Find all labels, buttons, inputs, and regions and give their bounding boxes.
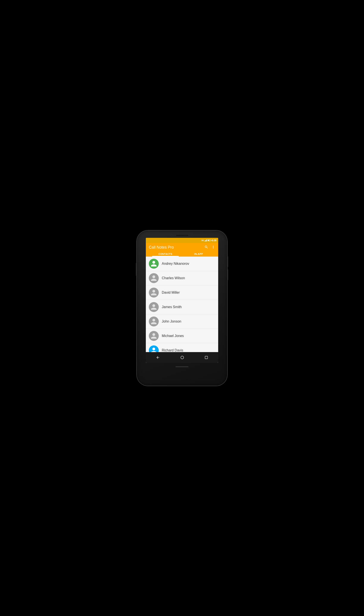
- list-item[interactable]: David Miller: [146, 286, 218, 300]
- avatar: [149, 331, 159, 341]
- network-label: 3G: [201, 239, 204, 242]
- search-icon[interactable]: [204, 245, 208, 250]
- time-display: 6:08: [212, 239, 216, 242]
- signal-bar-2: [205, 240, 206, 242]
- avatar: [149, 259, 159, 269]
- volume-down-button[interactable]: [227, 269, 228, 280]
- list-item[interactable]: Michael Jones: [146, 329, 218, 343]
- app-bar-actions: [204, 245, 215, 250]
- tabs: CONTACTS IN-APP: [149, 251, 215, 257]
- recents-button[interactable]: [200, 355, 212, 360]
- battery-fill: [208, 240, 209, 241]
- avatar: [149, 345, 159, 352]
- signal-icon: [205, 239, 207, 242]
- contact-name: Michael Jones: [162, 334, 184, 338]
- phone-top-hardware: [140, 234, 224, 236]
- contact-list[interactable]: Andrey Nikanorov Charles Wilson David Mi…: [146, 257, 218, 352]
- tab-contacts[interactable]: CONTACTS: [149, 251, 182, 257]
- contact-name: John Jonson: [162, 319, 181, 323]
- more-options-icon[interactable]: [211, 245, 215, 250]
- app-title: Call Notes Pro: [149, 245, 174, 250]
- phone-device: 3G 6:08 Call Notes Pro: [137, 231, 227, 386]
- back-button[interactable]: [152, 354, 164, 361]
- battery-icon: [208, 240, 211, 241]
- front-camera: [171, 234, 173, 236]
- avatar: [149, 302, 159, 312]
- signal-bar-3: [206, 240, 206, 242]
- status-bar: 3G 6:08: [146, 238, 218, 243]
- list-item[interactable]: Charles Wilson: [146, 271, 218, 286]
- volume-up-button[interactable]: [227, 256, 228, 267]
- phone-bottom-hardware: [176, 363, 188, 371]
- contact-name: James Smith: [162, 305, 182, 309]
- app-bar: Call Notes Pro C: [146, 243, 218, 257]
- contact-name: David Miller: [162, 291, 180, 295]
- sensor: [192, 235, 193, 236]
- phone-screen: 3G 6:08 Call Notes Pro: [146, 238, 218, 363]
- power-button[interactable]: [136, 263, 137, 276]
- signal-bar-1: [205, 241, 205, 242]
- signal-bar-4: [207, 239, 207, 242]
- avatar: [149, 288, 159, 298]
- speaker: [176, 234, 189, 236]
- list-item[interactable]: Richard Davis: [146, 343, 218, 352]
- list-item[interactable]: James Smith: [146, 300, 218, 314]
- status-icons: 3G 6:08: [201, 239, 216, 242]
- contact-name: Charles Wilson: [162, 276, 185, 280]
- avatar: [149, 316, 159, 327]
- svg-point-0: [181, 356, 184, 359]
- list-item[interactable]: John Jonson: [146, 314, 218, 329]
- nav-bar: [146, 352, 218, 363]
- svg-rect-1: [205, 356, 208, 359]
- home-button[interactable]: [176, 354, 188, 361]
- contact-name: Andrey Nikanorov: [162, 262, 189, 266]
- app-bar-top: Call Notes Pro: [149, 245, 215, 250]
- list-item[interactable]: Andrey Nikanorov: [146, 257, 218, 271]
- contact-name: Richard Davis: [162, 348, 183, 352]
- avatar: [149, 273, 159, 283]
- tab-inapp[interactable]: IN-APP: [182, 251, 215, 257]
- home-indicator: [176, 366, 188, 367]
